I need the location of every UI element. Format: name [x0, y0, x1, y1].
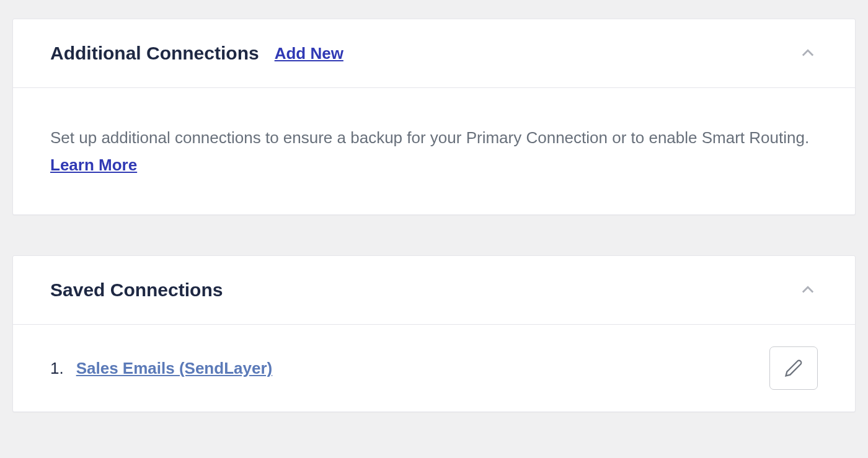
connection-number: 1. — [50, 359, 64, 378]
additional-connections-description: Set up additional connections to ensure … — [50, 124, 818, 178]
panel-header-left: Additional Connections Add New — [50, 43, 343, 64]
additional-connections-panel: Additional Connections Add New Set up ad… — [12, 19, 856, 215]
collapse-toggle[interactable] — [798, 280, 818, 300]
pencil-icon — [784, 359, 803, 377]
saved-connections-panel: Saved Connections 1. Sales Emails (SendL… — [12, 255, 856, 412]
additional-connections-title: Additional Connections — [50, 43, 259, 64]
description-text: Set up additional connections to ensure … — [50, 128, 809, 147]
learn-more-link[interactable]: Learn More — [50, 156, 137, 174]
chevron-up-icon — [799, 45, 817, 62]
connection-left: 1. Sales Emails (SendLayer) — [50, 359, 272, 378]
panel-header-left: Saved Connections — [50, 280, 223, 301]
collapse-toggle[interactable] — [798, 43, 818, 63]
panel-body: Set up additional connections to ensure … — [13, 88, 855, 214]
panel-header: Additional Connections Add New — [13, 19, 855, 88]
panel-header: Saved Connections — [13, 256, 855, 325]
add-new-link[interactable]: Add New — [275, 44, 343, 63]
connection-link[interactable]: Sales Emails (SendLayer) — [76, 359, 272, 378]
saved-connections-title: Saved Connections — [50, 280, 223, 301]
chevron-up-icon — [799, 281, 817, 299]
connection-row: 1. Sales Emails (SendLayer) — [13, 325, 855, 412]
edit-connection-button[interactable] — [769, 346, 818, 390]
